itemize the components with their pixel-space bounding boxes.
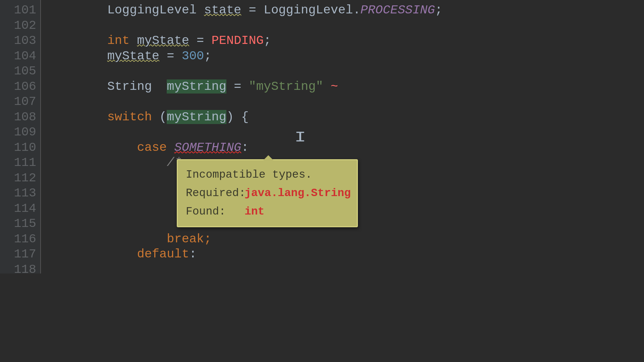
number-token: 300 <box>182 49 204 63</box>
line-number: 108 <box>5 110 36 125</box>
line-number: 105 <box>5 64 36 79</box>
code-line[interactable]: LoggingLevel state = LoggingLevel.PROCES… <box>41 3 488 18</box>
colon-token: : <box>189 247 197 261</box>
error-marker: ~ <box>323 79 338 94</box>
tooltip-required-row: Required: java.lang.String <box>186 185 349 202</box>
code-line[interactable] <box>41 125 488 140</box>
line-number: 118 <box>5 262 36 274</box>
line-number: 101 <box>5 3 36 18</box>
semicolon-token: ; <box>204 49 211 63</box>
tooltip-title: Incompatible types. <box>186 166 349 183</box>
line-number: 116 <box>5 232 36 247</box>
variable-token: myState <box>137 34 189 48</box>
colon-token: : <box>241 140 249 155</box>
code-line[interactable] <box>41 94 488 110</box>
type-token: String <box>107 79 167 94</box>
line-number: 103 <box>5 33 36 49</box>
paren-token: ( <box>159 110 167 124</box>
code-line[interactable]: String myString = "myString" ~ <box>41 79 488 95</box>
code-editor: 101 102 103 104 105 106 107 108 109 110 … <box>0 0 488 274</box>
semicolon-token: ; <box>435 3 442 17</box>
operator-token: = <box>189 34 212 48</box>
keyword-token: int <box>107 34 137 48</box>
keyword-token: break <box>167 232 204 246</box>
line-number: 112 <box>5 171 36 186</box>
semicolon-token: ; <box>204 232 211 246</box>
operator-token: = <box>159 49 182 63</box>
keyword-token: switch <box>107 110 159 124</box>
variable-token: myState <box>107 49 159 63</box>
line-number: 102 <box>5 18 36 34</box>
code-line[interactable]: case SOMETHING: <box>41 140 488 156</box>
type-token: LoggingLevel. <box>264 3 361 17</box>
string-token: "myString" <box>249 79 323 94</box>
code-line[interactable]: break; <box>41 232 488 247</box>
code-line[interactable] <box>41 18 488 34</box>
code-content[interactable]: LoggingLevel state = LoggingLevel.PROCES… <box>40 0 488 274</box>
error-tooltip: Incompatible types. Required: java.lang.… <box>177 159 358 227</box>
line-number: 106 <box>5 79 36 95</box>
operator-token: = <box>226 79 249 94</box>
variable-token: myString <box>167 79 226 94</box>
line-number: 113 <box>5 186 36 201</box>
tooltip-found-label: Found: <box>186 203 245 220</box>
brace-token: ) { <box>226 110 249 124</box>
line-number: 115 <box>5 216 36 232</box>
line-number: 114 <box>5 201 36 217</box>
line-number: 107 <box>5 94 36 110</box>
line-number: 111 <box>5 155 36 171</box>
case-constant-token: SOMETHING <box>174 140 241 155</box>
variable-token: state <box>204 3 241 17</box>
keyword-token: default <box>137 247 189 261</box>
tooltip-required-label: Required: <box>186 185 245 202</box>
line-number-gutter: 101 102 103 104 105 106 107 108 109 110 … <box>0 0 40 274</box>
keyword-token: case <box>137 140 174 155</box>
enum-constant-token: PROCESSING <box>361 3 435 17</box>
code-line[interactable]: int myState = PENDING; <box>41 33 488 49</box>
code-line[interactable] <box>41 64 488 79</box>
line-number: 110 <box>5 140 36 156</box>
line-number: 109 <box>5 125 36 140</box>
code-line[interactable] <box>41 262 488 274</box>
code-line[interactable]: default: <box>41 247 488 262</box>
variable-token: myString <box>167 110 226 124</box>
operator-token: = <box>241 3 264 17</box>
semicolon-token: ; <box>264 34 271 48</box>
tooltip-found-value: int <box>245 203 264 220</box>
type-token: LoggingLevel <box>107 3 204 17</box>
error-constant-token: PENDING <box>212 34 264 48</box>
line-number: 104 <box>5 49 36 64</box>
tooltip-found-row: Found: int <box>186 203 349 220</box>
code-line[interactable]: myState = 300; <box>41 49 488 64</box>
tooltip-required-value: java.lang.String <box>245 185 351 202</box>
line-number: 117 <box>5 247 36 262</box>
code-line[interactable]: switch (myString) { <box>41 110 488 125</box>
